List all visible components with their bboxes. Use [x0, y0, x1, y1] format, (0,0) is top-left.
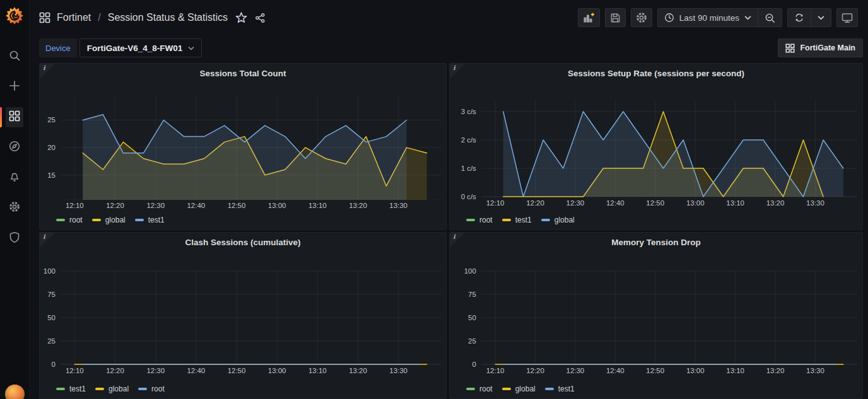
svg-text:12:40: 12:40: [606, 367, 625, 374]
legend-item-root[interactable]: root: [56, 216, 83, 224]
device-variable-text: FortiGate-V6_4_8-FW01: [87, 43, 183, 53]
sidebar-item-search[interactable]: [0, 42, 30, 72]
panel-info-corner[interactable]: i: [450, 64, 465, 79]
share-icon[interactable]: [255, 13, 266, 23]
refresh-interval-dropdown[interactable]: [811, 9, 831, 26]
svg-text:12:40: 12:40: [606, 199, 625, 207]
panel-title[interactable]: Sessions Total Count: [40, 64, 446, 83]
legend-label: global: [105, 216, 126, 224]
svg-text:0: 0: [52, 361, 56, 368]
legend-item-global[interactable]: global: [95, 385, 129, 393]
grafana-app: Fortinet / Session Status & Statistics: [0, 0, 868, 399]
svg-text:13:00: 13:00: [268, 367, 286, 374]
legend-swatch: [502, 388, 511, 390]
submenu-toolbar: Device FortiGate-V6_4_8-FW01 FortiGate M…: [30, 35, 868, 61]
breadcrumb: Fortinet / Session Status & Statistics: [39, 12, 228, 23]
chart-legend: roottest1global: [466, 216, 862, 224]
breadcrumb-separator: /: [97, 12, 101, 23]
chart-canvas-setup-rate[interactable]: 12:1012:2012:3012:4012:5013:0013:1013:20…: [450, 83, 862, 215]
panel-info-corner[interactable]: i: [40, 233, 55, 248]
chart-canvas-memory-tension[interactable]: 12:1012:2012:3012:4012:5013:0013:1013:20…: [450, 252, 862, 384]
legend-item-root[interactable]: root: [466, 216, 493, 224]
chevron-down-icon: [744, 15, 751, 20]
panel-title[interactable]: Memory Tension Drop: [450, 233, 862, 252]
save-dashboard-button[interactable]: [605, 8, 626, 27]
svg-text:50: 50: [47, 314, 56, 321]
time-controls: Last 90 minutes: [657, 8, 782, 27]
chart-canvas-clash-sessions[interactable]: 12:1012:2012:3012:4012:5013:0013:1013:20…: [40, 252, 446, 384]
add-panel-icon: [583, 12, 595, 23]
svg-text:12:30: 12:30: [146, 367, 165, 374]
star-icon[interactable]: [235, 12, 247, 24]
refresh-button[interactable]: [788, 9, 811, 26]
legend-item-global[interactable]: global: [92, 216, 126, 224]
legend-label: root: [151, 385, 165, 393]
legend-swatch: [56, 388, 65, 390]
legend-label: root: [479, 385, 493, 393]
main-area: Fortinet / Session Status & Statistics: [30, 0, 868, 399]
device-variable-value[interactable]: FortiGate-V6_4_8-FW01: [79, 38, 202, 57]
gear-icon: [636, 12, 647, 23]
plus-icon: [9, 80, 20, 94]
add-panel-button[interactable]: [578, 8, 600, 27]
svg-text:13:30: 13:30: [806, 367, 824, 374]
svg-text:20: 20: [47, 144, 56, 151]
sidebar-item-create[interactable]: [0, 72, 30, 102]
info-icon: i: [43, 233, 45, 240]
chart-legend: test1globalroot: [56, 385, 446, 393]
refresh-controls: [787, 8, 831, 27]
svg-text:12:50: 12:50: [646, 367, 664, 374]
svg-text:13:10: 13:10: [726, 367, 744, 374]
panel-info-corner[interactable]: i: [450, 233, 465, 248]
panel-title[interactable]: Clash Sessions (cumulative): [40, 233, 446, 252]
breadcrumb-page[interactable]: Session Status & Statistics: [108, 12, 228, 23]
svg-text:12:20: 12:20: [106, 367, 124, 374]
sidebar-item-explore[interactable]: [0, 132, 30, 163]
time-range-picker[interactable]: Last 90 minutes: [658, 9, 758, 26]
legend-label: test1: [558, 385, 575, 393]
dashboard-settings-button[interactable]: [631, 8, 652, 27]
panel-info-corner[interactable]: i: [40, 64, 55, 79]
device-variable-label: Device: [39, 38, 77, 57]
panel-title[interactable]: Sessions Setup Rate (sessions per second…: [450, 64, 862, 83]
refresh-icon: [794, 13, 804, 23]
legend-item-root[interactable]: root: [138, 385, 165, 393]
svg-text:12:50: 12:50: [228, 202, 246, 209]
svg-text:13:00: 13:00: [686, 199, 705, 207]
legend-swatch: [92, 219, 101, 221]
fortigate-main-link[interactable]: FortiGate Main: [778, 38, 863, 57]
dashboard-grid-icon: [785, 43, 795, 53]
sidebar-item-server-admin[interactable]: [0, 223, 30, 253]
legend-item-test1[interactable]: test1: [135, 216, 165, 224]
legend-item-global[interactable]: global: [502, 385, 536, 393]
legend-swatch: [466, 388, 475, 390]
user-avatar[interactable]: [5, 385, 25, 399]
legend-item-root[interactable]: root: [466, 385, 493, 393]
legend-item-global[interactable]: global: [541, 216, 575, 224]
legend-swatch: [545, 388, 554, 390]
svg-text:13:10: 13:10: [308, 202, 327, 209]
cycle-view-mode-button[interactable]: [836, 8, 858, 27]
grafana-logo-icon[interactable]: [5, 6, 24, 25]
chart-canvas-sessions-total[interactable]: 12:1012:2012:3012:4012:5013:0013:1013:20…: [40, 83, 446, 215]
sidebar-item-configuration[interactable]: [0, 193, 30, 223]
svg-text:13:10: 13:10: [726, 199, 744, 207]
compass-icon: [9, 141, 20, 154]
legend-item-test1[interactable]: test1: [502, 216, 532, 224]
chevron-down-icon: [818, 15, 824, 20]
panel-memory-tension-drop: i Memory Tension Drop 12:1012:2012:3012:…: [449, 232, 863, 399]
svg-text:13:20: 13:20: [349, 202, 367, 209]
legend-item-test1[interactable]: test1: [545, 385, 575, 393]
breadcrumb-dashboard[interactable]: Fortinet: [57, 12, 91, 23]
zoom-out-button[interactable]: [758, 9, 782, 26]
dashboard-grid-icon: [39, 12, 50, 23]
svg-text:12:10: 12:10: [66, 367, 84, 374]
sidebar-item-alerting[interactable]: [0, 163, 30, 193]
svg-text:0: 0: [472, 361, 476, 368]
svg-text:100: 100: [44, 267, 56, 275]
svg-text:12:10: 12:10: [66, 202, 84, 209]
legend-swatch: [95, 388, 104, 390]
legend-swatch: [135, 219, 144, 221]
sidebar-item-dashboards[interactable]: [0, 102, 30, 132]
legend-item-test1[interactable]: test1: [56, 385, 86, 393]
